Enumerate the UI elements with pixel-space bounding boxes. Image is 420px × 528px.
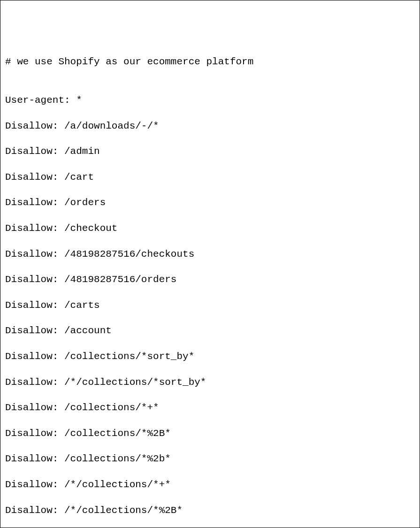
robots-disallow-line: Disallow: /collections/*%2b* xyxy=(5,452,415,465)
robots-disallow-line: Disallow: /admin xyxy=(5,145,415,158)
robots-disallow-line: Disallow: /*/collections/*+* xyxy=(5,478,415,491)
robots-disallow-line: Disallow: /orders xyxy=(5,196,415,209)
robots-disallow-line: Disallow: /carts xyxy=(5,299,415,312)
robots-disallow-line: Disallow: /*/collections/*%2B* xyxy=(5,504,415,517)
robots-disallow-line: Disallow: /cart xyxy=(5,171,415,184)
robots-disallow-line: Disallow: /collections/*+* xyxy=(5,401,415,414)
robots-comment: # we use Shopify as our ecommerce platfo… xyxy=(5,55,415,68)
robots-disallow-line: Disallow: /48198287516/orders xyxy=(5,273,415,286)
robots-disallow-line: Disallow: /collections/*%2B* xyxy=(5,427,415,440)
robots-user-agent: User-agent: * xyxy=(5,94,415,107)
robots-disallow-line: Disallow: /a/downloads/-/* xyxy=(5,120,415,132)
robots-disallow-line: Disallow: /account xyxy=(5,324,415,337)
robots-disallow-line: Disallow: /*/collections/*sort_by* xyxy=(5,376,415,389)
robots-disallow-line: Disallow: /checkout xyxy=(5,222,415,235)
robots-disallow-line: Disallow: /48198287516/checkouts xyxy=(5,248,415,260)
robots-disallow-line: Disallow: /collections/*sort_by* xyxy=(5,350,415,363)
